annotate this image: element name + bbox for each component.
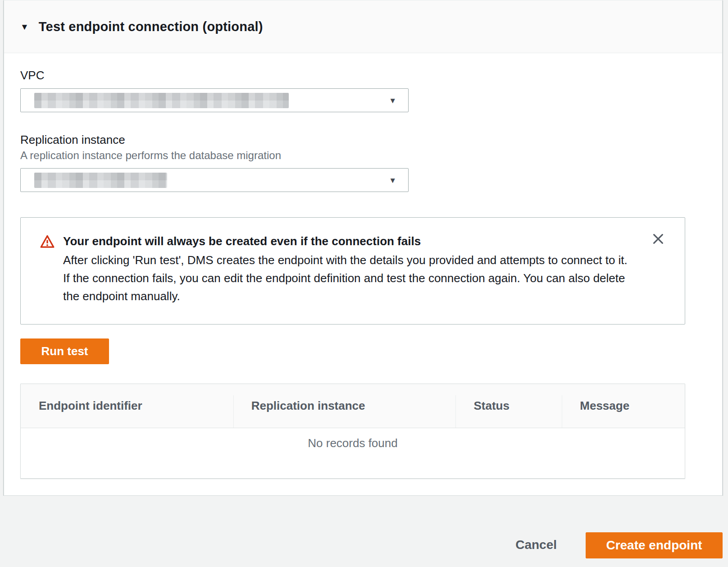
warning-triangle-icon — [40, 234, 55, 249]
table-header-row: Endpoint identifier Replication instance… — [21, 384, 685, 428]
create-endpoint-button[interactable]: Create endpoint — [586, 532, 723, 558]
page-title: Test endpoint connection (optional) — [39, 19, 263, 34]
replication-instance-select[interactable]: ▼ — [20, 168, 409, 192]
column-header-status: Status — [455, 384, 562, 428]
column-header-replication-instance: Replication instance — [233, 384, 456, 428]
panel-body: VPC ▼ Replication instance A replication… — [4, 53, 722, 496]
form-actions-footer: Cancel Create endpoint — [0, 496, 728, 567]
caret-down-icon: ▼ — [389, 176, 396, 184]
column-header-message: Message — [562, 384, 685, 428]
warning-alert: Your endpoint will always be created eve… — [20, 217, 685, 325]
warning-text: Your endpoint will always be created eve… — [63, 233, 631, 306]
table-empty-state: No records found — [21, 428, 685, 478]
warning-body: After clicking 'Run test', DMS creates t… — [63, 251, 631, 305]
vpc-field-group: VPC ▼ — [20, 69, 684, 112]
run-test-button[interactable]: Run test — [20, 338, 109, 364]
column-header-endpoint-identifier: Endpoint identifier — [21, 384, 233, 428]
vpc-label: VPC — [20, 69, 684, 82]
test-endpoint-panel: ▼ Test endpoint connection (optional) VP… — [4, 0, 723, 496]
section-header-test-endpoint[interactable]: ▼ Test endpoint connection (optional) — [4, 0, 722, 53]
connection-results-table: Endpoint identifier Replication instance… — [20, 384, 685, 479]
replication-instance-field-group: Replication instance A replication insta… — [20, 133, 684, 192]
replication-instance-selected-value-redacted — [34, 173, 167, 188]
vpc-select[interactable]: ▼ — [20, 88, 409, 112]
replication-instance-description: A replication instance performs the data… — [20, 149, 684, 162]
vpc-selected-value-redacted — [34, 93, 289, 108]
close-icon[interactable] — [651, 232, 665, 246]
caret-down-icon: ▼ — [20, 23, 29, 31]
cancel-button[interactable]: Cancel — [515, 538, 557, 552]
caret-down-icon: ▼ — [389, 96, 396, 104]
warning-title: Your endpoint will always be created eve… — [63, 233, 631, 249]
replication-instance-label: Replication instance — [20, 133, 684, 146]
